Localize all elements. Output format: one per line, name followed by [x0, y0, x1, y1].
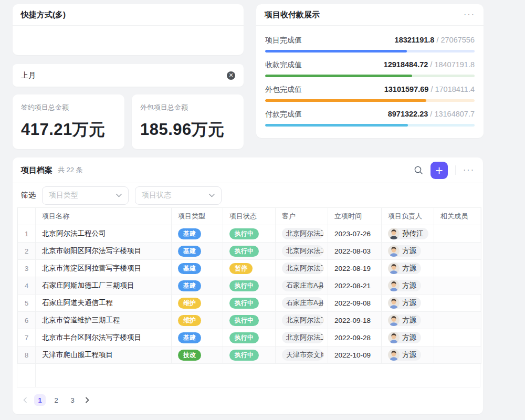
project-status-select[interactable]: 项目状态 — [135, 186, 222, 205]
progress-fill — [265, 50, 407, 52]
cell-client: 北京阿尔法工程公司 — [276, 329, 328, 346]
avatar — [388, 262, 400, 274]
cell-project-type: 技改 — [172, 346, 223, 364]
table-row[interactable]: 4石家庄阿斯加德工厂三期项目基建执行中石家庄市A县通信公司2022-08-21方… — [18, 277, 481, 295]
page-button-2[interactable]: 2 — [50, 394, 62, 406]
progress-label: 付款完成值 — [265, 110, 302, 119]
table-row[interactable]: 3北京市海淀区阿拉蕾写字楼项目基建暂停北京阿尔法工程公司2022-08-19方源 — [18, 260, 481, 277]
cell-project-name: 北京市海淀区阿拉蕾写字楼项目 — [36, 260, 172, 277]
type-badge: 维护 — [178, 315, 201, 326]
owner-name: 方源 — [402, 333, 416, 342]
table-row[interactable]: 1北京阿尔法工程公司基建执行中北京阿尔法工程公司2023-07-26孙传江 — [18, 225, 481, 243]
clear-filter-icon[interactable]: ✕ — [227, 71, 235, 80]
project-type-select[interactable]: 项目类型 — [42, 186, 129, 205]
row-index: 3 — [18, 260, 36, 277]
cell-project-status: 执行中 — [223, 346, 276, 364]
column-header: 客户 — [276, 208, 328, 225]
cell-owner: 方源 — [382, 260, 434, 277]
records-table: 项目名称项目类型项目状态客户立项时间项目负责人相关成员 1北京阿尔法工程公司基建… — [17, 207, 481, 364]
next-page-icon[interactable] — [83, 396, 91, 404]
row-index: 6 — [18, 312, 36, 329]
page-button-3[interactable]: 3 — [67, 394, 78, 406]
cell-project-type: 基建 — [172, 277, 223, 295]
shortcut-card-title: 快捷方式(多) — [21, 10, 66, 20]
column-header: 项目负责人 — [382, 208, 434, 225]
dashboard: 快捷方式(多) 上月 ✕ 签约项目总金额 417.21万元 外包项目总金额 18… — [0, 0, 525, 420]
table-body: 1北京阿尔法工程公司基建执行中北京阿尔法工程公司2023-07-26孙传江2北京… — [18, 225, 481, 364]
avatar — [388, 280, 400, 291]
cell-start-date: 2022-09-18 — [328, 312, 382, 329]
cell-project-status: 执行中 — [223, 225, 276, 243]
type-badge: 基建 — [178, 228, 201, 239]
table-row[interactable]: 5石家庄阿道夫通信工程维护执行中石家庄市A县通信公司2022-09-08方源 — [18, 295, 481, 312]
owner-name: 方源 — [402, 281, 416, 290]
search-icon[interactable] — [414, 165, 423, 175]
cell-client: 北京阿尔法工程公司 — [276, 312, 328, 329]
table-row[interactable]: 7北京市丰台区阿尔法写字楼项目基建执行中北京阿尔法工程公司2022-09-28方… — [18, 329, 481, 346]
cell-project-name: 北京市丰台区阿尔法写字楼项目 — [36, 329, 172, 346]
project-archive-card: 项目档案 共 22 条 + ··· 筛选 项目类型 — [13, 158, 483, 414]
client-tag: 天津市奈文摩尔公司 — [282, 349, 323, 361]
column-header: 项目状态 — [223, 208, 276, 225]
row-index: 1 — [18, 225, 36, 243]
stat-label: 签约项目总金额 — [21, 103, 116, 112]
owner-name: 方源 — [402, 264, 416, 273]
owner-tag: 方源 — [388, 297, 421, 309]
status-badge: 执行中 — [229, 246, 259, 257]
cell-project-type: 基建 — [172, 243, 223, 260]
avatar — [388, 245, 400, 257]
cell-project-status: 执行中 — [223, 295, 276, 312]
avatar — [388, 314, 400, 326]
more-menu-icon[interactable]: ··· — [464, 12, 475, 17]
more-menu-icon[interactable]: ··· — [463, 167, 475, 173]
table-row[interactable]: 2北京市朝阳区阿尔法写字楼项目基建执行中北京阿尔法工程公司2022-08-03方… — [18, 243, 481, 260]
owner-tag: 方源 — [388, 332, 421, 343]
cell-client: 北京阿尔法工程公司 — [276, 260, 328, 277]
payment-card-title: 项目收付款展示 — [265, 10, 320, 20]
status-badge: 执行中 — [229, 332, 259, 343]
progress-item: 付款完成值8971322.23 / 13164807.7 — [265, 110, 475, 127]
status-badge: 执行中 — [229, 315, 259, 326]
row-index: 2 — [18, 243, 36, 260]
cell-start-date: 2022-08-19 — [328, 260, 382, 277]
cell-project-type: 维护 — [172, 312, 223, 329]
date-filter-bar[interactable]: 上月 ✕ — [13, 64, 244, 87]
cell-start-date: 2022-08-03 — [328, 243, 382, 260]
cell-owner: 方源 — [382, 295, 434, 312]
owner-tag: 方源 — [388, 245, 421, 257]
table-row[interactable]: 6北京市管道维护三期工程维护执行中北京阿尔法工程公司2022-09-18方源 — [18, 312, 481, 329]
progress-fill — [265, 99, 426, 102]
column-header: 项目类型 — [172, 208, 223, 225]
status-badge: 执行中 — [229, 280, 259, 291]
table-card-title: 项目档案 — [21, 165, 52, 175]
row-index: 7 — [18, 329, 36, 346]
client-tag: 石家庄市A县通信公司 — [282, 297, 323, 309]
cell-start-date: 2022-09-08 — [328, 295, 382, 312]
chevron-down-icon — [209, 194, 215, 197]
cell-members — [434, 260, 481, 277]
chevron-down-icon — [116, 194, 122, 197]
avatar — [388, 297, 400, 309]
cell-project-name: 天津市爬山服工程项目 — [36, 346, 172, 364]
cell-members — [434, 312, 481, 329]
cell-owner: 方源 — [382, 329, 434, 346]
owner-name: 方源 — [402, 246, 416, 256]
stat-value: 185.96万元 — [140, 119, 235, 141]
avatar — [388, 332, 400, 343]
client-tag: 石家庄市A县通信公司 — [282, 280, 323, 291]
page-button-1[interactable]: 1 — [34, 394, 46, 406]
table-row[interactable]: 8天津市爬山服工程项目技改执行中天津市奈文摩尔公司2022-10-09方源 — [18, 346, 481, 364]
records-table-wrap: 项目名称项目类型项目状态客户立项时间项目负责人相关成员 1北京阿尔法工程公司基建… — [17, 207, 480, 364]
progress-value: 18321191.8 / 27067556 — [395, 36, 475, 44]
add-record-button[interactable]: + — [430, 162, 448, 179]
progress-label: 外包完成值 — [265, 85, 302, 94]
cell-client: 天津市奈文摩尔公司 — [276, 346, 328, 364]
cell-client: 石家庄市A县通信公司 — [276, 277, 328, 295]
record-count: 共 22 条 — [58, 165, 83, 175]
prev-page-icon[interactable] — [21, 396, 29, 404]
progress-label: 项目完成值 — [265, 36, 302, 45]
cell-project-type: 基建 — [172, 225, 223, 243]
cell-client: 北京阿尔法工程公司 — [276, 243, 328, 260]
owner-tag: 方源 — [388, 349, 421, 361]
pagination: 123 — [13, 387, 483, 413]
